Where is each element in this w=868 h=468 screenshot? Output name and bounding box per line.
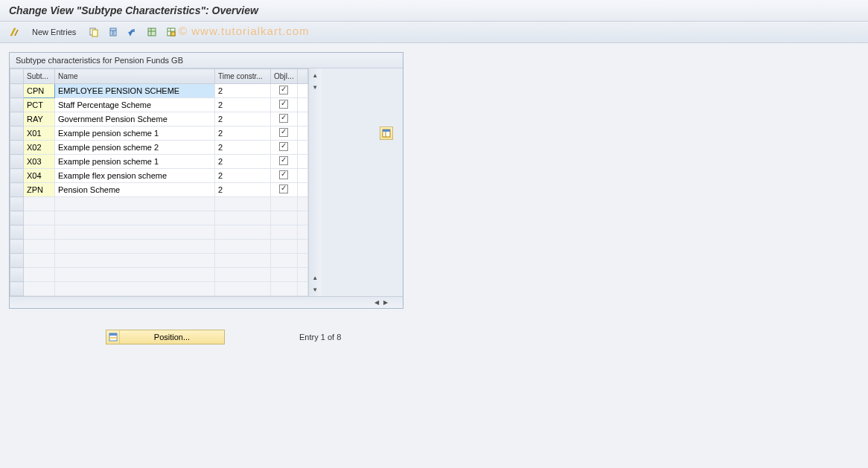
cell-subtype[interactable]: X02 bbox=[24, 141, 55, 155]
row-handle[interactable] bbox=[10, 240, 24, 254]
horizontal-scrollbar[interactable]: ◀ ▶ bbox=[10, 296, 403, 308]
cell-subtype[interactable] bbox=[24, 268, 55, 282]
table-row[interactable]: CPNEMPLOYEE PENSION SCHEME2 bbox=[10, 84, 308, 98]
cell-object-id[interactable] bbox=[271, 126, 298, 141]
cell-name[interactable]: Staff Percentage Scheme bbox=[55, 98, 215, 112]
cell-time-constraint[interactable] bbox=[215, 268, 271, 282]
cell-time-constraint[interactable]: 2 bbox=[215, 98, 271, 112]
cell-object-id[interactable] bbox=[271, 240, 298, 254]
cell-time-constraint[interactable] bbox=[215, 254, 271, 268]
checkbox-icon[interactable] bbox=[279, 142, 288, 151]
cell-subtype[interactable] bbox=[24, 240, 55, 254]
cell-object-id[interactable] bbox=[271, 141, 298, 155]
table-row-empty[interactable] bbox=[10, 282, 308, 296]
table-row[interactable]: X03Example pension scheme 12 bbox=[10, 155, 308, 169]
cell-time-constraint[interactable]: 2 bbox=[215, 183, 271, 197]
row-handle[interactable] bbox=[10, 268, 24, 282]
cell-time-constraint[interactable]: 2 bbox=[215, 155, 271, 169]
cell-name[interactable]: Pension Scheme bbox=[55, 183, 215, 197]
cell-time-constraint[interactable] bbox=[215, 225, 271, 240]
row-handle[interactable] bbox=[10, 225, 24, 240]
cell-name[interactable]: Government Pension Scheme bbox=[55, 112, 215, 126]
cell-object-id[interactable] bbox=[271, 197, 298, 211]
cell-name[interactable] bbox=[55, 211, 215, 225]
deselect-all-icon[interactable] bbox=[163, 25, 179, 39]
row-handle[interactable] bbox=[10, 211, 24, 225]
scroll-up-small-icon[interactable]: ▲ bbox=[310, 272, 320, 283]
cell-subtype[interactable]: X01 bbox=[24, 126, 55, 141]
cell-time-constraint[interactable]: 2 bbox=[215, 112, 271, 126]
cell-name[interactable] bbox=[55, 282, 215, 296]
table-row[interactable]: PCTStaff Percentage Scheme2 bbox=[10, 98, 308, 112]
cell-object-id[interactable] bbox=[271, 112, 298, 126]
row-handle[interactable] bbox=[10, 112, 24, 126]
cell-subtype[interactable] bbox=[24, 197, 55, 211]
cell-time-constraint[interactable]: 2 bbox=[215, 141, 271, 155]
vertical-scrollbar[interactable]: ▲ ▼ ▲ ▼ bbox=[308, 68, 322, 296]
cell-subtype[interactable] bbox=[24, 211, 55, 225]
cell-time-constraint[interactable] bbox=[215, 282, 271, 296]
scroll-left-icon[interactable]: ◀ bbox=[374, 299, 379, 306]
column-name[interactable]: Name bbox=[55, 69, 215, 84]
cell-object-id[interactable] bbox=[271, 155, 298, 169]
cell-object-id[interactable] bbox=[271, 282, 298, 296]
new-entries-button[interactable]: New Entries bbox=[25, 25, 83, 39]
scroll-down-small-icon[interactable]: ▼ bbox=[310, 82, 320, 92]
cell-name[interactable]: Example pension scheme 2 bbox=[55, 141, 215, 155]
row-handle[interactable] bbox=[10, 169, 24, 183]
cell-name[interactable]: Example pension scheme 1 bbox=[55, 126, 215, 141]
column-time-constraint[interactable]: Time constr... bbox=[215, 69, 271, 84]
row-handle[interactable] bbox=[10, 254, 24, 268]
cell-name[interactable] bbox=[55, 254, 215, 268]
cell-subtype[interactable]: PCT bbox=[24, 98, 55, 112]
row-handle[interactable] bbox=[10, 197, 24, 211]
checkbox-icon[interactable] bbox=[279, 114, 288, 123]
cell-object-id[interactable] bbox=[271, 98, 298, 112]
cell-time-constraint[interactable] bbox=[215, 211, 271, 225]
cell-name[interactable]: EMPLOYEE PENSION SCHEME bbox=[55, 84, 215, 98]
row-handle[interactable] bbox=[10, 155, 24, 169]
column-subtype[interactable]: Subt... bbox=[24, 69, 55, 84]
cell-name[interactable] bbox=[55, 268, 215, 282]
table-row-empty[interactable] bbox=[10, 268, 308, 282]
checkbox-icon[interactable] bbox=[279, 170, 288, 179]
cell-object-id[interactable] bbox=[271, 254, 298, 268]
table-row-empty[interactable] bbox=[10, 211, 308, 225]
cell-subtype[interactable]: X03 bbox=[24, 155, 55, 169]
position-button[interactable]: Position... bbox=[106, 330, 225, 344]
table-row-empty[interactable] bbox=[10, 197, 308, 211]
cell-name[interactable] bbox=[55, 225, 215, 240]
checkbox-icon[interactable] bbox=[279, 156, 288, 165]
toggle-display-icon[interactable] bbox=[6, 25, 22, 39]
cell-name[interactable]: Example pension scheme 1 bbox=[55, 155, 215, 169]
cell-subtype[interactable] bbox=[24, 225, 55, 240]
table-row[interactable]: X04Example flex pension scheme2 bbox=[10, 169, 308, 183]
table-row-empty[interactable] bbox=[10, 225, 308, 240]
row-handle[interactable] bbox=[10, 126, 24, 141]
checkbox-icon[interactable] bbox=[279, 185, 288, 193]
table-row-empty[interactable] bbox=[10, 254, 308, 268]
cell-time-constraint[interactable] bbox=[215, 240, 271, 254]
row-handle[interactable] bbox=[10, 183, 24, 197]
table-row-empty[interactable] bbox=[10, 240, 308, 254]
table-settings-button[interactable] bbox=[380, 126, 393, 140]
cell-object-id[interactable] bbox=[271, 268, 298, 282]
cell-object-id[interactable] bbox=[271, 225, 298, 240]
cell-time-constraint[interactable]: 2 bbox=[215, 84, 271, 98]
cell-name[interactable] bbox=[55, 240, 215, 254]
cell-name[interactable] bbox=[55, 197, 215, 211]
table-row[interactable]: X01Example pension scheme 12 bbox=[10, 126, 308, 141]
cell-subtype[interactable] bbox=[24, 282, 55, 296]
row-handle[interactable] bbox=[10, 98, 24, 112]
table-row[interactable]: RAYGovernment Pension Scheme2 bbox=[10, 112, 308, 126]
cell-object-id[interactable] bbox=[271, 84, 298, 98]
cell-time-constraint[interactable]: 2 bbox=[215, 126, 271, 141]
delete-icon[interactable] bbox=[105, 25, 121, 39]
cell-object-id[interactable] bbox=[271, 169, 298, 183]
table-row[interactable]: X02Example pension scheme 22 bbox=[10, 141, 308, 155]
scroll-up-icon[interactable]: ▲ bbox=[310, 70, 320, 80]
cell-object-id[interactable] bbox=[271, 211, 298, 225]
scroll-down-icon[interactable]: ▼ bbox=[310, 284, 320, 295]
cell-time-constraint[interactable] bbox=[215, 197, 271, 211]
cell-subtype[interactable]: RAY bbox=[24, 112, 55, 126]
